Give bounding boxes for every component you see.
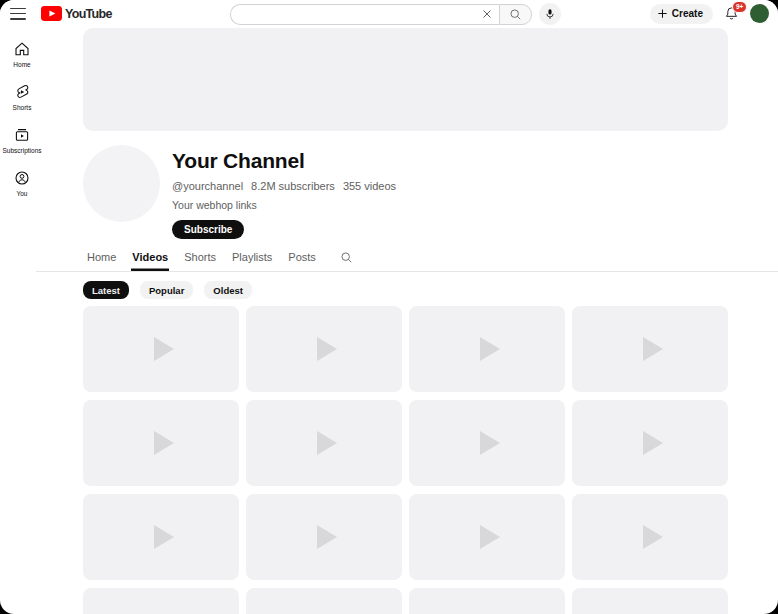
hamburger-menu-button[interactable] bbox=[10, 8, 26, 20]
youtube-play-icon bbox=[41, 6, 62, 21]
video-thumbnail[interactable] bbox=[409, 494, 565, 580]
search-area bbox=[230, 3, 561, 25]
play-icon bbox=[317, 525, 337, 549]
video-thumbnail[interactable] bbox=[246, 306, 402, 392]
you-icon bbox=[14, 170, 30, 186]
menu-icon bbox=[10, 8, 26, 10]
close-icon bbox=[481, 8, 493, 20]
play-icon bbox=[154, 431, 174, 455]
filter-chips: Latest Popular Oldest bbox=[83, 281, 728, 299]
channel-links[interactable]: Your webhop links bbox=[172, 199, 396, 211]
user-avatar[interactable] bbox=[750, 4, 769, 23]
plus-icon bbox=[657, 8, 668, 19]
video-thumbnail[interactable] bbox=[409, 588, 565, 614]
subscriptions-icon bbox=[14, 127, 30, 143]
channel-info: Your Channel @yourchannel 8.2M subscribe… bbox=[172, 145, 396, 239]
chip-oldest[interactable]: Oldest bbox=[204, 281, 252, 299]
video-thumbnail[interactable] bbox=[572, 588, 728, 614]
chip-latest[interactable]: Latest bbox=[83, 281, 129, 299]
channel-handle: @yourchannel bbox=[172, 180, 243, 192]
play-icon bbox=[480, 337, 500, 361]
notification-badge: 9+ bbox=[732, 1, 747, 14]
sidebar-item-label: Shorts bbox=[13, 104, 32, 111]
channel-title: Your Channel bbox=[172, 149, 396, 173]
search-icon bbox=[509, 8, 522, 21]
sidebar-item-label: Subscriptions bbox=[2, 147, 41, 154]
play-icon bbox=[317, 431, 337, 455]
video-thumbnail[interactable] bbox=[572, 400, 728, 486]
play-icon bbox=[643, 431, 663, 455]
play-icon bbox=[643, 337, 663, 361]
sidebar-item-label: You bbox=[17, 190, 28, 197]
page-body: Home Shorts Subscriptions bbox=[0, 27, 778, 614]
sidebar-item-home[interactable]: Home bbox=[0, 33, 44, 76]
subscribe-button[interactable]: Subscribe bbox=[172, 220, 244, 239]
sidebar-item-you[interactable]: You bbox=[0, 162, 44, 205]
tab-shorts[interactable]: Shorts bbox=[183, 247, 217, 271]
video-thumbnail[interactable] bbox=[572, 494, 728, 580]
tab-playlists[interactable]: Playlists bbox=[231, 247, 273, 271]
video-grid bbox=[83, 306, 728, 614]
clear-search-button[interactable] bbox=[481, 8, 493, 20]
channel-header: Your Channel @yourchannel 8.2M subscribe… bbox=[83, 145, 728, 239]
play-icon bbox=[154, 525, 174, 549]
play-icon bbox=[317, 337, 337, 361]
play-icon bbox=[154, 337, 174, 361]
shorts-icon bbox=[14, 84, 30, 100]
mic-icon bbox=[544, 8, 556, 21]
video-thumbnail[interactable] bbox=[572, 306, 728, 392]
channel-meta: @yourchannel 8.2M subscribers 355 videos bbox=[172, 180, 396, 192]
tab-home[interactable]: Home bbox=[86, 247, 117, 271]
play-icon bbox=[480, 525, 500, 549]
video-thumbnail[interactable] bbox=[83, 494, 239, 580]
channel-subscribers: 8.2M subscribers bbox=[251, 180, 335, 192]
search-input[interactable] bbox=[241, 7, 481, 21]
sidebar-item-subscriptions[interactable]: Subscriptions bbox=[0, 119, 44, 162]
create-button-label: Create bbox=[672, 8, 703, 19]
navbar-right-group: Create 9+ bbox=[650, 0, 769, 27]
video-thumbnail[interactable] bbox=[246, 400, 402, 486]
mini-sidebar: Home Shorts Subscriptions bbox=[0, 27, 44, 614]
video-thumbnail[interactable] bbox=[246, 588, 402, 614]
search-icon bbox=[340, 251, 353, 264]
youtube-channel-page: YouTube bbox=[0, 0, 778, 614]
top-navbar: YouTube bbox=[0, 0, 778, 27]
channel-avatar bbox=[83, 145, 160, 222]
youtube-logo[interactable]: YouTube bbox=[41, 6, 112, 21]
video-thumbnail[interactable] bbox=[83, 588, 239, 614]
sidebar-item-shorts[interactable]: Shorts bbox=[0, 76, 44, 119]
play-icon bbox=[480, 431, 500, 455]
search-button[interactable] bbox=[499, 4, 532, 25]
youtube-wordmark: YouTube bbox=[65, 7, 112, 21]
tab-videos[interactable]: Videos bbox=[131, 247, 169, 271]
search-box bbox=[230, 4, 499, 25]
play-icon bbox=[643, 525, 663, 549]
sidebar-item-label: Home bbox=[13, 61, 30, 68]
channel-main: Your Channel @yourchannel 8.2M subscribe… bbox=[44, 27, 778, 614]
video-thumbnail[interactable] bbox=[409, 306, 565, 392]
channel-banner bbox=[83, 28, 728, 131]
create-button[interactable]: Create bbox=[650, 4, 713, 24]
channel-videos-count: 355 videos bbox=[343, 180, 396, 192]
channel-tabs: Home Videos Shorts Playlists Posts bbox=[36, 247, 778, 272]
mic-button[interactable] bbox=[539, 3, 561, 25]
video-thumbnail[interactable] bbox=[83, 400, 239, 486]
video-thumbnail[interactable] bbox=[83, 306, 239, 392]
channel-search-button[interactable] bbox=[338, 251, 355, 271]
tab-posts[interactable]: Posts bbox=[287, 247, 317, 271]
video-thumbnail[interactable] bbox=[409, 400, 565, 486]
video-thumbnail[interactable] bbox=[246, 494, 402, 580]
chip-popular[interactable]: Popular bbox=[140, 281, 193, 299]
home-icon bbox=[14, 41, 30, 57]
notifications-button[interactable]: 9+ bbox=[724, 6, 739, 22]
